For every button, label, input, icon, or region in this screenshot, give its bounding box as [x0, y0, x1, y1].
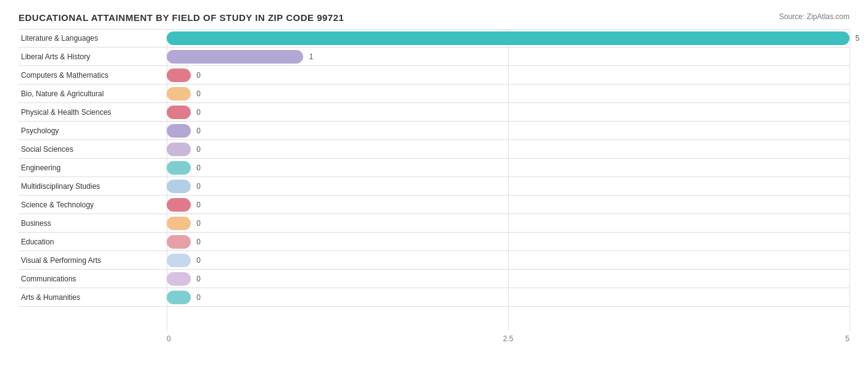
- bar-label: Communications: [19, 275, 167, 283]
- bar-value: 0: [196, 293, 201, 302]
- bar-row: Social Sciences0: [19, 140, 849, 159]
- chart-area: Literature & Languages5Liberal Arts & Hi…: [19, 29, 849, 350]
- bar-track: 0: [167, 143, 849, 156]
- bar-row: Multidisciplinary Studies0: [19, 177, 849, 196]
- bar-value: 0: [196, 256, 201, 265]
- bar-value: 0: [196, 108, 201, 117]
- chart-title: EDUCATIONAL ATTAINMENT BY FIELD OF STUDY…: [19, 12, 849, 23]
- bar-row: Bio, Nature & Agricultural0: [19, 85, 849, 103]
- bar-label: Literature & Languages: [19, 34, 167, 43]
- bar-row: Communications0: [19, 270, 849, 288]
- bar-track: 0: [167, 235, 849, 249]
- bar-value: 0: [196, 164, 201, 172]
- bar-fill: [167, 180, 191, 193]
- bar-fill: [167, 254, 191, 267]
- bar-label: Multidisciplinary Studies: [19, 182, 167, 191]
- bar-fill: [167, 198, 191, 212]
- bar-track: 0: [167, 68, 849, 82]
- bar-row: Literature & Languages5: [19, 29, 849, 48]
- x-label-5: 5: [845, 334, 849, 343]
- bar-track: 5: [167, 31, 849, 45]
- bar-fill: [167, 143, 191, 156]
- bar-fill: [167, 50, 303, 64]
- bar-fill: [167, 235, 191, 249]
- x-axis: 0 2.5 5: [167, 331, 849, 350]
- bar-fill: [167, 272, 191, 286]
- bar-label: Computers & Mathematics: [19, 71, 167, 80]
- bar-row: Physical & Health Sciences0: [19, 103, 849, 122]
- bar-row: Engineering0: [19, 159, 849, 177]
- bar-label: Arts & Humanities: [19, 293, 167, 302]
- bar-track: 1: [167, 50, 849, 64]
- bar-track: 0: [167, 254, 849, 267]
- bar-row: Business0: [19, 214, 849, 233]
- bar-track: 0: [167, 180, 849, 193]
- chart-source: Source: ZipAtlas.com: [779, 12, 849, 21]
- bar-label: Science & Technology: [19, 201, 167, 209]
- bar-value: 5: [856, 34, 860, 43]
- bar-track: 0: [167, 124, 849, 138]
- bar-label: Liberal Arts & History: [19, 52, 167, 61]
- x-label-25: 2.5: [503, 334, 514, 343]
- bar-track: 0: [167, 87, 849, 101]
- bar-value: 0: [196, 71, 201, 80]
- bar-value: 0: [196, 238, 201, 246]
- bar-label: Engineering: [19, 164, 167, 172]
- bars-section: Literature & Languages5Liberal Arts & Hi…: [19, 29, 849, 331]
- bar-value: 0: [196, 127, 201, 135]
- bar-fill: [167, 68, 191, 82]
- bar-row: Computers & Mathematics0: [19, 66, 849, 85]
- bar-track: 0: [167, 272, 849, 286]
- bar-track: 0: [167, 291, 849, 304]
- bar-label: Social Sciences: [19, 145, 167, 154]
- bar-value: 0: [196, 201, 201, 209]
- bar-track: 0: [167, 198, 849, 212]
- bar-fill: [167, 124, 191, 138]
- bar-value: 0: [196, 275, 201, 283]
- bar-label: Psychology: [19, 127, 167, 135]
- bar-fill: [167, 106, 191, 119]
- bar-label: Education: [19, 238, 167, 246]
- bar-row: Education0: [19, 233, 849, 251]
- bar-row: Visual & Performing Arts0: [19, 251, 849, 270]
- bar-row: Science & Technology0: [19, 196, 849, 214]
- x-label-0: 0: [167, 334, 171, 343]
- bar-fill: [167, 161, 191, 175]
- bar-fill: [167, 291, 191, 304]
- bar-row: Psychology0: [19, 122, 849, 140]
- bar-label: Visual & Performing Arts: [19, 256, 167, 265]
- bar-fill: [167, 217, 191, 230]
- bar-track: 0: [167, 161, 849, 175]
- bar-track: 0: [167, 217, 849, 230]
- chart-container: EDUCATIONAL ATTAINMENT BY FIELD OF STUDY…: [0, 0, 868, 390]
- bar-value: 0: [196, 219, 201, 228]
- bar-fill: [167, 31, 849, 45]
- bar-track: 0: [167, 106, 849, 119]
- bar-label: Business: [19, 219, 167, 228]
- bar-value: 0: [196, 145, 201, 154]
- bar-row: Arts & Humanities0: [19, 288, 849, 307]
- bar-fill: [167, 87, 191, 101]
- bar-value: 1: [309, 52, 314, 61]
- bar-label: Bio, Nature & Agricultural: [19, 89, 167, 98]
- bar-value: 0: [196, 182, 201, 191]
- bar-row: Liberal Arts & History1: [19, 48, 849, 66]
- bar-label: Physical & Health Sciences: [19, 108, 167, 117]
- bar-value: 0: [196, 89, 201, 98]
- grid-line-100: [849, 29, 850, 331]
